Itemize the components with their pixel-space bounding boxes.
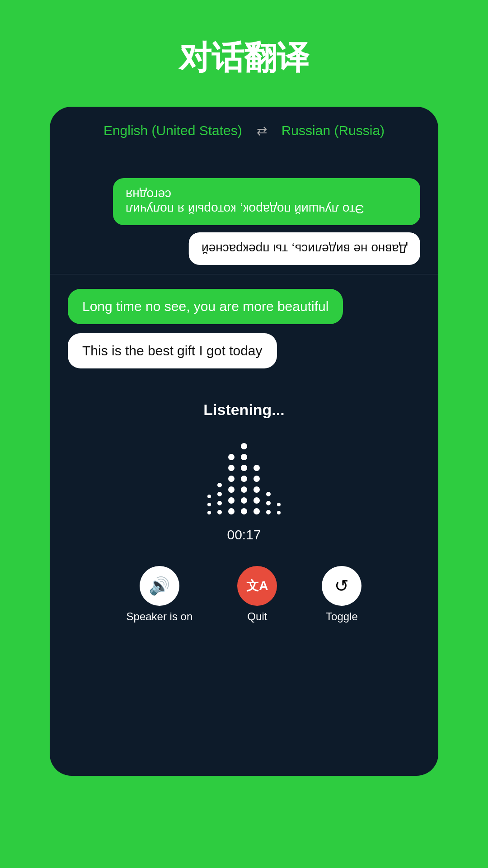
dot xyxy=(266,492,271,496)
speaker-icon: 🔊 xyxy=(149,576,170,596)
waveform-col-3 xyxy=(228,454,235,514)
phone-card: English (United States) ⇄ Russian (Russi… xyxy=(50,107,438,776)
quit-button[interactable]: 文A Quit xyxy=(237,566,277,623)
toggle-label: Toggle xyxy=(326,610,358,623)
waveform-col-1 xyxy=(207,495,211,514)
dot xyxy=(217,483,222,487)
chat-area-top: Это лучший подарок, который я получил се… xyxy=(50,147,438,274)
quit-circle[interactable]: 文A xyxy=(237,566,277,606)
dot xyxy=(277,511,281,514)
dot xyxy=(241,486,247,493)
controls-bar: 🔊 Speaker is on 文A Quit ↺ Toggle xyxy=(68,557,420,645)
dot xyxy=(217,510,222,514)
bubble-green: Long time no see, you are more beautiful xyxy=(68,289,343,324)
dot xyxy=(241,443,247,449)
dot xyxy=(228,476,235,482)
toggle-icon: ↺ xyxy=(334,576,349,596)
dot xyxy=(277,503,281,506)
dot xyxy=(217,501,222,505)
dot xyxy=(241,476,247,482)
dot xyxy=(241,497,247,504)
waveform-col-6 xyxy=(266,492,271,514)
dot xyxy=(253,497,260,504)
waveform xyxy=(207,433,281,514)
waveform-col-4 xyxy=(241,443,247,514)
swap-icon[interactable]: ⇄ xyxy=(257,123,267,138)
waveform-col-5 xyxy=(253,465,260,514)
toggle-circle[interactable]: ↺ xyxy=(322,566,361,606)
waveform-col-7 xyxy=(277,503,281,514)
dot xyxy=(266,510,271,514)
language-header: English (United States) ⇄ Russian (Russi… xyxy=(50,107,438,147)
waveform-col-2 xyxy=(217,483,222,514)
speaker-button[interactable]: 🔊 Speaker is on xyxy=(127,566,193,623)
bubble-white: This is the best gift I got today xyxy=(68,333,277,368)
dot xyxy=(241,465,247,471)
dot xyxy=(253,476,260,482)
dot xyxy=(228,508,235,514)
app-title: 对话翻译 xyxy=(179,36,309,80)
dot xyxy=(207,495,211,498)
dot xyxy=(228,497,235,504)
target-language[interactable]: Russian (Russia) xyxy=(282,123,385,138)
dot xyxy=(217,492,222,496)
dot xyxy=(253,465,260,471)
dot xyxy=(228,454,235,460)
dot xyxy=(253,486,260,493)
dot xyxy=(228,486,235,493)
dot xyxy=(241,508,247,514)
dot xyxy=(253,508,260,514)
toggle-button[interactable]: ↺ Toggle xyxy=(322,566,361,623)
dot xyxy=(228,465,235,471)
speaker-label: Speaker is on xyxy=(127,610,193,623)
listening-area: Listening... xyxy=(50,383,438,776)
listening-status: Listening... xyxy=(203,401,284,419)
source-language[interactable]: English (United States) xyxy=(103,123,242,138)
dot xyxy=(266,501,271,505)
timer: 00:17 xyxy=(227,527,261,542)
dot xyxy=(241,454,247,460)
flipped-bubble-white: Давно не виделись, ты прекрасней xyxy=(189,232,420,265)
quit-icon: 文A xyxy=(246,577,268,594)
speaker-circle[interactable]: 🔊 xyxy=(140,566,179,606)
flipped-bubble-green: Это лучший подарок, который я получил се… xyxy=(113,178,420,225)
quit-label: Quit xyxy=(247,610,267,623)
chat-area-bottom: Long time no see, you are more beautiful… xyxy=(50,274,438,383)
dot xyxy=(207,511,211,514)
dot xyxy=(207,503,211,506)
